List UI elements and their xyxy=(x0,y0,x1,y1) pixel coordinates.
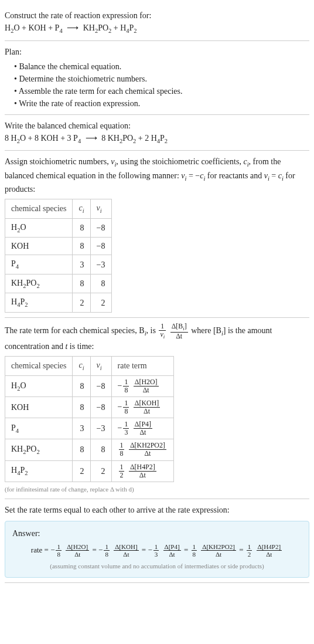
text: KH xyxy=(11,279,23,287)
balanced-equation: 8 H2O + 8 KOH + 3 P4 ⟶ 8 KH2PO2 + 2 H4P2 xyxy=(5,132,309,146)
sub-i: i xyxy=(163,334,165,340)
ci-cell: 2 xyxy=(73,293,90,313)
species-cell: H4P2 xyxy=(5,460,73,482)
frac-den: 8 xyxy=(123,387,129,394)
ci-cell: 8 xyxy=(73,238,90,255)
table-row: KH2PO2 8 8 xyxy=(5,274,112,293)
plan-item: Determine the stoichiometric numbers. xyxy=(14,73,309,85)
col-header-nui: νi xyxy=(90,357,111,376)
species-cell: P4 xyxy=(5,255,73,274)
frac-den: Δt xyxy=(66,551,89,558)
sub: 2 xyxy=(25,301,28,308)
answer-box: Answer: rate = −18 Δ[H2O]Δt = −18 Δ[KOH]… xyxy=(5,521,309,578)
sub: 2 xyxy=(25,470,28,476)
sub-i: i xyxy=(83,365,84,371)
frac-num: 1 xyxy=(56,543,62,551)
frac-num: Δ[Bi] xyxy=(170,323,188,333)
frac-num: Δ[KOH] xyxy=(134,399,160,408)
fraction: Δ[KOH]Δt xyxy=(114,543,138,558)
frac-den: 8 xyxy=(119,450,125,457)
fraction: Δ[Bi] Δt xyxy=(170,323,188,340)
frac-num: 1 xyxy=(123,421,129,429)
eq-sub: 4 xyxy=(78,137,81,144)
col-header-species: chemical species xyxy=(5,357,73,376)
frac-den: 3 xyxy=(153,551,159,558)
frac-den: 8 xyxy=(123,408,129,415)
text: Δ[B xyxy=(172,322,183,330)
separator: = xyxy=(182,545,190,554)
sign: − xyxy=(148,545,152,554)
plan-section: Plan: Balance the chemical equation. Det… xyxy=(5,41,309,115)
ci-cell: 8 xyxy=(73,375,90,396)
text: = − xyxy=(186,171,200,180)
ci-cell: 3 xyxy=(73,418,90,439)
col-header-ci: ci xyxy=(73,199,90,219)
answer-label: Answer: xyxy=(12,527,302,540)
rateterm-cell: −13 Δ[P4]Δt xyxy=(111,418,173,439)
table-row: P4 3 −3 xyxy=(5,255,112,274)
frac-num: 1 xyxy=(123,378,129,387)
text: O xyxy=(20,381,26,390)
plan-item: Balance the chemical equation. xyxy=(14,60,309,73)
sub: 4 xyxy=(16,263,19,270)
frac-den: 2 xyxy=(247,551,252,558)
nui-cell: −8 xyxy=(90,218,111,238)
text: , using the stoichiometric coefficients, xyxy=(116,157,243,166)
sub-i: i xyxy=(100,208,102,214)
species-cell: KOH xyxy=(5,238,73,255)
fraction: Δ[H4P2]Δt xyxy=(257,543,282,558)
text: KH xyxy=(11,445,23,453)
frac-num: 1 xyxy=(123,399,129,408)
nui-cell: 2 xyxy=(90,460,111,482)
fraction: 18 xyxy=(123,378,129,394)
frac-den: Δt xyxy=(114,551,138,558)
eq-rhs: KH xyxy=(83,23,95,32)
assign-text: Assign stoichiometric numbers, νi, using… xyxy=(5,155,309,195)
text: H xyxy=(11,223,17,232)
balanced-section: Write the balanced chemical equation: 8 … xyxy=(5,115,309,151)
eq-lhs: O + KOH + P xyxy=(13,23,59,32)
answer-section: Set the rate terms equal to each other t… xyxy=(5,499,309,583)
text: P xyxy=(20,297,25,306)
table-row: KOH 8 −8 xyxy=(5,238,112,255)
text: O xyxy=(20,223,26,232)
text: P xyxy=(11,423,16,432)
sub-i: i xyxy=(100,365,102,371)
frac-den: Δt xyxy=(201,551,236,558)
frac-den: Δt xyxy=(134,408,160,415)
frac-num: 1 xyxy=(247,543,252,551)
frac-den: 3 xyxy=(123,429,129,436)
table-header-row: chemical species ci νi xyxy=(5,199,112,219)
text: Assign stoichiometric numbers, xyxy=(5,157,111,166)
frac-den: Δt xyxy=(134,429,152,436)
table-row: KOH 8 −8 −18 Δ[KOH]Δt xyxy=(5,396,174,418)
frac-den: νi xyxy=(159,331,166,340)
sign: − xyxy=(50,545,54,554)
plan-item: Assemble the rate term for each chemical… xyxy=(14,85,309,97)
fraction: 18 xyxy=(123,399,129,415)
text: P xyxy=(11,259,16,268)
text: KOH xyxy=(11,403,29,412)
fraction: Δ[H4P2]Δt xyxy=(129,463,156,479)
table-row: H4P2 2 2 12 Δ[H4P2]Δt xyxy=(5,460,174,482)
sign: − xyxy=(98,545,103,554)
prompt-equation: H2O + KOH + P4 ⟶ KH2PO2 + H4P2 xyxy=(5,22,309,36)
frac-num: Δ[P4] xyxy=(134,421,152,429)
plan-item: Write the rate of reaction expression. xyxy=(14,97,309,110)
frac-num: 1 xyxy=(119,442,125,450)
fraction: Δ[P4]Δt xyxy=(134,421,152,436)
text: H xyxy=(11,297,17,306)
text: is time: xyxy=(67,342,94,351)
separator: = xyxy=(140,545,148,554)
species-cell: KOH xyxy=(5,396,73,418)
eq-text: P xyxy=(160,134,165,143)
frac-den: Δt xyxy=(129,472,156,479)
fraction: Δ[KOH]Δt xyxy=(134,399,160,415)
arrow-icon: ⟶ xyxy=(64,22,81,34)
eq-text: O + 8 KOH + 3 P xyxy=(20,134,78,143)
frac-num: 1 xyxy=(159,323,166,331)
rateterm-cell: 12 Δ[H4P2]Δt xyxy=(111,460,173,482)
eq-text: PO xyxy=(122,134,133,143)
prompt-text: Construct the rate of reaction expressio… xyxy=(5,9,309,22)
ci-cell: 8 xyxy=(73,396,90,418)
